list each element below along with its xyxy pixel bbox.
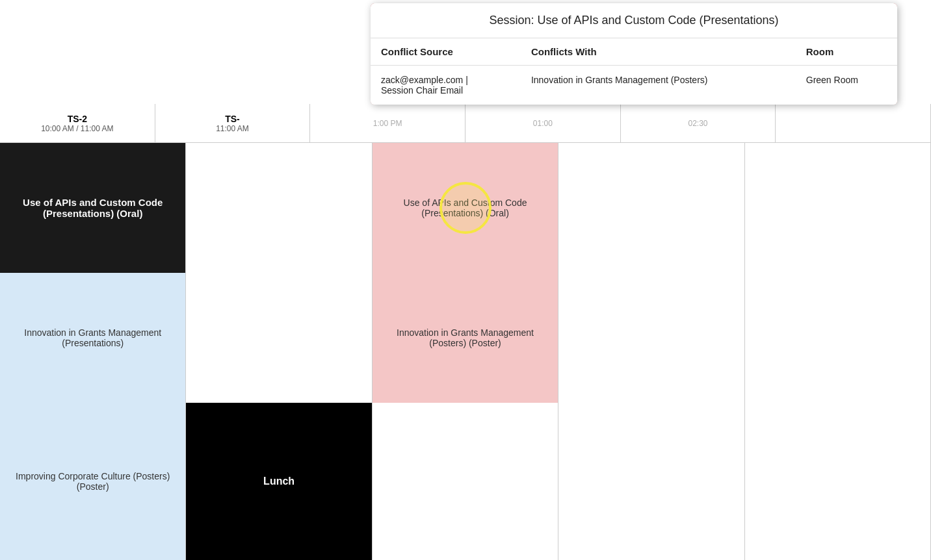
time-cell-3: 1:00 PM: [310, 104, 466, 142]
session-empty-7: [745, 143, 930, 282]
time-slot-label-2: TS-: [225, 114, 240, 124]
time-header-row: TS-2 10:00 AM / 11:00 AM TS- 11:00 AM 1:…: [0, 104, 931, 143]
session-empty-4: [558, 143, 744, 282]
col-header-conflict-source: Conflict Source: [371, 38, 521, 66]
col-header-room: Room: [796, 38, 897, 66]
popup-title: Session: Use of APIs and Custom Code (Pr…: [371, 3, 897, 38]
session-empty-1: [186, 143, 371, 273]
session-innovation-presentations[interactable]: Innovation in Grants Management (Present…: [0, 273, 185, 403]
time-slot-time-2: 11:00 AM: [216, 124, 249, 133]
session-empty-5: [558, 282, 744, 421]
time-cell-2: TS- 11:00 AM: [155, 104, 311, 142]
sessions-area: Use of APIs and Custom Code (Presentatio…: [0, 143, 931, 560]
time-slot-label-1: TS-2: [68, 114, 87, 124]
time-slot-time-5: 02:30: [688, 119, 708, 128]
session-apis-oral[interactable]: Use of APIs and Custom Code (Presentatio…: [0, 143, 185, 273]
session-improving-culture[interactable]: Improving Corporate Culture (Posters) (P…: [0, 403, 185, 560]
session-empty-2: [186, 273, 371, 403]
session-apis-oral-pink[interactable]: Use of APIs and Custom Code (Presentatio…: [373, 143, 558, 273]
time-cell-1: TS-2 10:00 AM / 11:00 AM: [0, 104, 155, 142]
session-lunch[interactable]: Lunch: [186, 403, 371, 560]
session-lunch-label: Lunch: [263, 476, 295, 487]
conflicts-with-cell: Innovation in Grants Management (Posters…: [521, 66, 796, 105]
session-improving-culture-label: Improving Corporate Culture (Posters) (P…: [7, 471, 179, 492]
session-apis-oral-label: Use of APIs and Custom Code (Presentatio…: [7, 197, 179, 219]
time-slot-time-3: 1:00 PM: [373, 119, 402, 128]
session-innovation-label: Innovation in Grants Management (Present…: [7, 327, 179, 348]
table-row: zack@example.com | Session Chair Email I…: [371, 66, 897, 105]
col-4: [558, 143, 744, 560]
col-2: Lunch: [186, 143, 372, 560]
conflict-source-line1: zack@example.com |: [381, 75, 468, 85]
session-empty-9: [745, 421, 930, 560]
session-empty-8: [745, 282, 930, 421]
conflict-popup: Session: Use of APIs and Custom Code (Pr…: [371, 3, 897, 105]
col-1: Use of APIs and Custom Code (Presentatio…: [0, 143, 186, 560]
session-innovation-posters-label: Innovation in Grants Management (Posters…: [379, 327, 551, 348]
col-header-conflicts-with: Conflicts With: [521, 38, 796, 66]
time-cell-5: 02:30: [621, 104, 776, 142]
time-slot-time-4: 01:00: [533, 119, 553, 128]
col-5: [745, 143, 931, 560]
time-cell-4: 01:00: [466, 104, 621, 142]
col-3: Use of APIs and Custom Code (Presentatio…: [373, 143, 558, 560]
conflict-source-line2: Session Chair Email: [381, 85, 463, 95]
room-cell: Green Room: [796, 66, 897, 105]
session-empty-3: [373, 403, 558, 560]
session-empty-6: [558, 421, 744, 560]
conflict-source-cell: zack@example.com | Session Chair Email: [371, 66, 521, 105]
schedule-grid: TS-2 10:00 AM / 11:00 AM TS- 11:00 AM 1:…: [0, 0, 931, 560]
session-innovation-posters[interactable]: Innovation in Grants Management (Posters…: [373, 273, 558, 403]
time-cell-6: [776, 104, 931, 142]
popup-table: Conflict Source Conflicts With Room zack…: [371, 38, 897, 105]
session-apis-oral-pink-label: Use of APIs and Custom Code (Presentatio…: [379, 197, 551, 218]
time-slot-time-1: 10:00 AM / 11:00 AM: [41, 124, 113, 133]
